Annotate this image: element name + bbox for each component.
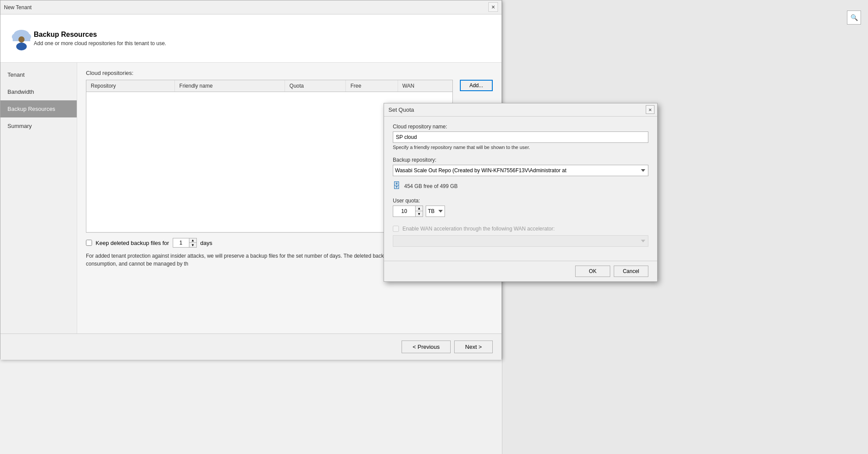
wizard-header-subtitle: Add one or more cloud repositories for t… [34, 40, 166, 46]
quota-number-row: ▲ ▼ TB GB MB [393, 206, 648, 217]
keep-deleted-label: Keep deleted backup files for [96, 240, 169, 246]
days-down-button[interactable]: ▼ [189, 243, 196, 247]
quota-ok-button[interactable]: OK [575, 266, 610, 277]
quota-cancel-button[interactable]: Cancel [614, 266, 648, 277]
previous-button[interactable]: < Previous [402, 340, 451, 353]
keep-deleted-checkbox[interactable] [86, 240, 92, 246]
wizard-header-title: Backup Resources [34, 31, 166, 39]
quota-titlebar: Set Quota × [384, 103, 657, 117]
sidebar-item-backup-resources[interactable]: Backup Resources [0, 100, 77, 117]
quota-close-button[interactable]: × [646, 105, 655, 114]
wan-accel-label: Enable WAN acceleration through the foll… [402, 226, 555, 232]
quota-up-button[interactable]: ▲ [416, 206, 423, 211]
svg-point-5 [16, 43, 27, 50]
wizard-title: New Tenant [4, 4, 32, 11]
wan-accel-checkbox[interactable] [393, 226, 399, 232]
backup-resources-icon [9, 26, 34, 51]
col-free: Free [346, 80, 398, 92]
sidebar-item-summary[interactable]: Summary [0, 117, 77, 135]
next-button[interactable]: Next > [454, 340, 493, 353]
wan-accel-select[interactable] [393, 235, 648, 247]
quota-body: Cloud repository name: Specify a friendl… [384, 117, 657, 261]
col-repository: Repository [86, 80, 175, 92]
add-button[interactable]: Add... [460, 80, 493, 91]
backup-repo-select[interactable]: Wasabi Scale Out Repo (Created by WIN-KF… [393, 165, 648, 176]
cloud-repo-name-label: Cloud repository name: [393, 124, 648, 130]
days-input-wrapper: ▲ ▼ [173, 238, 197, 248]
days-spinner: ▲ ▼ [189, 238, 196, 247]
sidebar-item-tenant[interactable]: Tenant [0, 66, 77, 83]
wizard-nav: Tenant Bandwidth Backup Resources Summar… [0, 63, 77, 333]
cloud-repo-name-input[interactable] [393, 131, 648, 143]
col-wan: WAN [398, 80, 452, 92]
quota-unit-select[interactable]: TB GB MB [426, 206, 445, 217]
quota-down-button[interactable]: ▼ [416, 211, 423, 216]
wan-accel-row: Enable WAN acceleration through the foll… [393, 226, 648, 232]
days-input[interactable] [173, 239, 189, 247]
quota-footer: OK Cancel [384, 261, 657, 281]
wizard-titlebar: New Tenant × [0, 0, 502, 14]
sidebar-item-bandwidth[interactable]: Bandwidth [0, 83, 77, 100]
backup-repo-label: Backup repository: [393, 157, 648, 163]
cloud-repo-hint: Specify a friendly repository name that … [393, 145, 648, 150]
quota-dialog-title: Set Quota [388, 106, 414, 113]
svg-point-4 [18, 36, 25, 43]
wizard-footer: < Previous Next > [0, 333, 502, 360]
user-quota-label: User quota: [393, 198, 648, 204]
col-quota: Quota [285, 80, 346, 92]
search-icon[interactable]: 🔍 [847, 11, 861, 25]
quota-number-input[interactable] [393, 207, 415, 215]
quota-number-spinner: ▲ ▼ [415, 206, 423, 216]
wizard-close-button[interactable]: × [488, 2, 498, 12]
days-up-button[interactable]: ▲ [189, 238, 196, 243]
col-friendly-name: Friendly name [175, 80, 285, 92]
database-icon: 🗄 [393, 181, 401, 191]
wizard-header-text: Backup Resources Add one or more cloud r… [34, 31, 166, 46]
repo-storage-info: 🗄 454 GB free of 499 GB [393, 181, 648, 191]
quota-dialog: Set Quota × Cloud repository name: Speci… [384, 103, 658, 282]
wizard-header: Backup Resources Add one or more cloud r… [0, 14, 502, 63]
cloud-repos-label: Cloud repositories: [86, 70, 493, 76]
quota-number-wrapper: ▲ ▼ [393, 206, 423, 217]
storage-free-text: 454 GB free of 499 GB [404, 183, 458, 189]
days-label: days [200, 240, 212, 246]
